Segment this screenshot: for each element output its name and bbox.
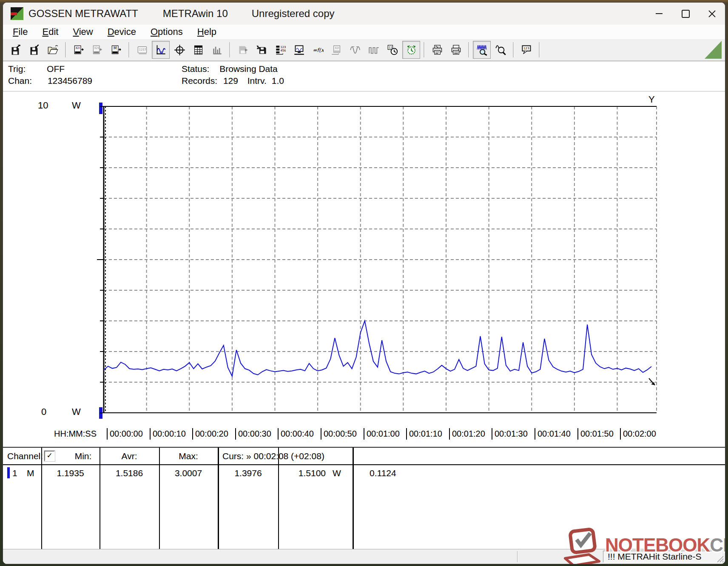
device-send-icon: 326	[92, 44, 103, 56]
x-tick-label: 00:01:40	[535, 428, 571, 440]
print-preview-button[interactable]	[428, 41, 446, 59]
cursor-header: Curs: » 00:02:08 (+02:08)	[222, 450, 324, 463]
acquisition-info-panel: Trig: OFF Chan: 123456789 Status: Browsi…	[3, 61, 725, 91]
magnifier-wave-icon	[495, 44, 506, 56]
menu-view[interactable]: View	[65, 26, 100, 37]
minimize-button[interactable]	[646, 3, 672, 25]
x-tick-label: 00:02:00	[620, 428, 656, 440]
histogram-view-button	[208, 41, 226, 59]
menu-bar: File Edit View Device Options Help	[3, 25, 725, 39]
chart-view-button[interactable]	[152, 41, 170, 59]
statistics-table: Channel: ✓ Min: Avr: Max: Curs: » 00:02:…	[3, 447, 725, 549]
records-value: 129	[223, 76, 238, 86]
menu-file[interactable]: File	[6, 26, 35, 37]
floppy-save-in-icon	[28, 44, 40, 56]
license-label: Unregistered copy	[252, 8, 335, 20]
x-axis-format-label: HH:MM:SS	[54, 428, 97, 440]
table-grid-line	[159, 448, 160, 549]
menu-device[interactable]: Device	[100, 26, 143, 37]
formula-button[interactable]: =f(x)	[309, 41, 327, 59]
menu-edit[interactable]: Edit	[35, 26, 65, 37]
crosshair-icon	[174, 44, 185, 56]
read-memory-button[interactable]: M	[107, 41, 125, 59]
zoom-search-button[interactable]	[492, 41, 509, 59]
digital-wave-icon	[368, 44, 380, 56]
corner-triangle-icon	[705, 41, 722, 59]
menu-options[interactable]: Options	[143, 26, 190, 37]
numeric-display-icon: 1257	[136, 44, 148, 56]
maximize-button[interactable]	[672, 3, 699, 25]
close-icon	[708, 10, 716, 17]
svg-text:1257: 1257	[139, 48, 146, 51]
table-grid-line	[278, 448, 279, 549]
x-tick-label: 00:01:00	[364, 428, 400, 440]
svg-text:=f(x): =f(x)	[313, 47, 324, 53]
x-tick-label: 00:00:50	[321, 428, 357, 440]
channel-header: Channel:	[7, 450, 43, 463]
device-read-icon: 32I	[73, 44, 85, 56]
x-tick-label: 00:01:10	[406, 428, 442, 440]
toolbar-separator	[468, 42, 469, 57]
app-logo-icon	[11, 7, 23, 20]
function-icon: =f(x)	[312, 44, 324, 56]
trig-row: Trig: OFF	[8, 64, 65, 74]
x-tick-label: 00:00:40	[278, 428, 314, 440]
table-icon	[193, 44, 204, 56]
zoom-wave-icon	[476, 44, 488, 56]
title-bar: GOSSEN METRAWATT METRAwin 10 Unregistere…	[3, 3, 725, 25]
import-disk-icon	[256, 44, 267, 56]
alarm-clock-green-icon	[406, 44, 417, 56]
annotation-button[interactable]: 123	[518, 41, 535, 59]
header-underline	[3, 464, 725, 465]
menu-help[interactable]: Help	[190, 26, 224, 37]
digital-wave-button	[365, 41, 383, 59]
device-monitor-button[interactable]	[290, 41, 308, 59]
minimize-icon	[656, 13, 663, 14]
timer-clock-icon: 12	[387, 44, 398, 56]
file-open-button[interactable]	[44, 41, 62, 59]
device-memory-icon: M	[111, 44, 122, 56]
note-bubble-icon: 123	[521, 44, 532, 56]
maximize-icon	[682, 10, 690, 18]
file-save-button[interactable]	[6, 41, 24, 59]
printer-icon	[450, 44, 462, 56]
resize-grip[interactable]	[715, 554, 724, 563]
crosshair-cursor-button[interactable]	[171, 41, 188, 59]
cell-delta: 0.1124	[370, 467, 396, 479]
device-settings-button: 32I	[327, 41, 345, 59]
export-data-button	[234, 41, 252, 59]
histogram-icon	[211, 44, 223, 56]
max-header: Max:	[160, 450, 217, 463]
statusbar-divider	[517, 551, 518, 562]
svg-text:123: 123	[523, 46, 529, 50]
toolbar-separator	[513, 42, 514, 57]
app-title: METRAwin 10	[163, 8, 228, 20]
open-folder-icon	[47, 44, 59, 56]
records-row: Records: 129 Intrv. 1.0	[182, 76, 284, 86]
print-button[interactable]	[447, 41, 465, 59]
zoom-time-button[interactable]	[473, 41, 491, 59]
table-grid-line	[218, 448, 219, 549]
power-trend-chart[interactable]: Y	[3, 91, 724, 444]
svg-text:32I: 32I	[335, 46, 339, 50]
toolbar-separator	[229, 42, 230, 57]
read-device-button[interactable]: 32I	[70, 41, 88, 59]
monitor-wave-icon	[293, 44, 305, 56]
file-save-as-button[interactable]	[25, 41, 43, 59]
import-data-button[interactable]	[253, 41, 270, 59]
toolbar: 32I 326 M 1257 123456 =f(x) 32I 12 123	[3, 39, 725, 61]
table-view-button[interactable]	[189, 41, 207, 59]
cell-cursor-b: 1.5100	[279, 467, 326, 479]
numeric-display-button: 1257	[133, 41, 151, 59]
records-label: Records:	[182, 76, 217, 86]
export-disk-icon	[237, 44, 249, 56]
alarm-clock-button[interactable]	[402, 41, 420, 59]
x-tick-label: 00:00:20	[192, 428, 228, 440]
timer-button[interactable]: 12	[384, 41, 401, 59]
chart-panel[interactable]: 10 W 0 W Y HH:MM:SS 00:00:00 00:00:10 00…	[3, 91, 725, 447]
send-device-button: 326	[88, 41, 106, 59]
svg-text:32I: 32I	[75, 46, 80, 50]
close-button[interactable]	[699, 3, 725, 25]
svg-text:M: M	[113, 46, 117, 50]
channel-setup-button[interactable]: 123456	[271, 41, 289, 59]
